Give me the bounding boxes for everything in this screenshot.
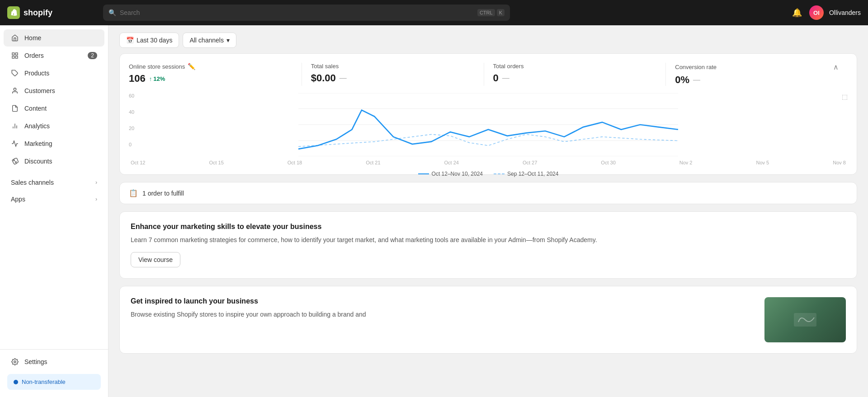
view-course-button[interactable]: View course <box>131 252 180 267</box>
avatar[interactable]: Ol <box>809 5 824 20</box>
analytics-icon <box>11 122 19 130</box>
inspire-card: Get inspired to launch your business Bro… <box>119 286 857 354</box>
discounts-icon <box>11 157 19 165</box>
chart-legend: Oct 12–Nov 10, 2024 Sep 12–Oct 11, 2024 <box>129 171 848 177</box>
x-label-oct15: Oct 15 <box>209 160 223 165</box>
date-range-label: Last 30 days <box>137 37 172 44</box>
chart-inner: 60 40 20 0 ⬚ <box>129 93 848 165</box>
store-name[interactable]: Ollivanders <box>829 9 861 16</box>
sidebar-item-content[interactable]: Content <box>4 100 104 117</box>
customers-icon <box>11 87 19 95</box>
svg-rect-3 <box>12 56 14 58</box>
search-icon: 🔍 <box>108 9 116 16</box>
search-bar[interactable]: 🔍 CTRL K <box>103 5 510 21</box>
x-label-nov5: Nov 5 <box>756 160 769 165</box>
sidebar-item-customers[interactable]: Customers <box>4 82 104 99</box>
notification-button[interactable]: 🔔 <box>790 6 804 19</box>
legend-solid-line <box>418 173 429 174</box>
total-sales-label: Total sales <box>311 63 339 70</box>
legend-current-label: Oct 12–Nov 10, 2024 <box>432 171 483 177</box>
conversion-dash: — <box>693 76 700 84</box>
total-orders-label: Total orders <box>493 63 524 70</box>
channel-label: All channels <box>189 37 224 44</box>
svg-point-10 <box>15 162 17 163</box>
non-transferable-label: Non-transferable <box>22 378 66 385</box>
edit-icon[interactable]: ✏️ <box>188 63 195 70</box>
logo-text: shopify <box>24 8 52 18</box>
x-label-oct21: Oct 21 <box>366 160 380 165</box>
shortcut-k: K <box>497 9 505 16</box>
sales-channels-chevron-icon: › <box>95 179 97 186</box>
stat-total-orders: Total orders 0 — <box>484 63 666 86</box>
stats-row: Online store sessions ✏️ 106 ↑ 12% Total… <box>129 63 848 86</box>
chart-svg <box>129 93 848 156</box>
order-fulfill-card[interactable]: 📋 1 order to fulfill <box>119 182 857 204</box>
sidebar-item-marketing-label: Marketing <box>24 140 52 147</box>
total-sales-value: $0.00 <box>311 72 336 84</box>
non-transferable-banner[interactable]: Non-transferable <box>7 374 101 390</box>
sales-channels-label: Sales channels <box>11 179 54 186</box>
marketing-card-description: Learn 7 common marketing strategies for … <box>131 235 846 245</box>
apps-label: Apps <box>11 196 25 203</box>
chart-xaxis: Oct 12 Oct 15 Oct 18 Oct 21 Oct 24 Oct 2… <box>129 160 848 165</box>
sidebar-item-analytics[interactable]: Analytics <box>4 117 104 135</box>
app-body: Home Orders 2 Products Customers <box>0 25 868 397</box>
chart-container: 60 40 20 0 ⬚ <box>129 93 848 165</box>
sidebar-item-products[interactable]: Products <box>4 65 104 82</box>
products-icon <box>11 69 19 77</box>
inspire-card-description: Browse existing Shopify stores to inspir… <box>131 310 755 319</box>
sidebar-item-orders[interactable]: Orders 2 <box>4 47 104 64</box>
calendar-icon: 📅 <box>126 37 134 44</box>
marketing-card-title: Enhance your marketing skills to elevate… <box>131 223 846 231</box>
search-input[interactable] <box>120 9 474 16</box>
x-label-oct30: Oct 30 <box>601 160 615 165</box>
topbar-right: 🔔 Ol Ollivanders <box>790 5 861 20</box>
sidebar-item-customers-label: Customers <box>24 87 55 94</box>
orders-badge: 2 <box>88 52 97 59</box>
order-fulfill-icon: 📋 <box>129 189 138 197</box>
date-range-filter[interactable]: 📅 Last 30 days <box>119 33 179 48</box>
sidebar-item-home-label: Home <box>24 34 41 42</box>
svg-rect-1 <box>15 53 18 55</box>
sidebar-item-home[interactable]: Home <box>4 29 104 47</box>
export-chart-button[interactable]: ⬚ <box>842 93 848 100</box>
stat-online-sessions: Online store sessions ✏️ 106 ↑ 12% <box>129 63 302 86</box>
topbar: shopify 🔍 CTRL K 🔔 Ol Ollivanders <box>0 0 868 25</box>
sidebar-item-marketing[interactable]: Marketing <box>4 135 104 152</box>
inspire-text: Get inspired to launch your business Bro… <box>131 297 755 342</box>
online-sessions-label: Online store sessions <box>129 63 185 70</box>
svg-rect-2 <box>15 56 18 58</box>
x-label-oct27: Oct 27 <box>523 160 537 165</box>
sidebar-item-content-label: Content <box>24 105 47 112</box>
shortcut-ctrl: CTRL <box>477 9 495 16</box>
online-sessions-value: 106 <box>129 73 146 84</box>
sidebar-section-sales-channels[interactable]: Sales channels › <box>4 174 104 191</box>
conversion-rate-label: Conversion rate <box>675 64 717 70</box>
x-label-oct24: Oct 24 <box>444 160 459 165</box>
marketing-card: Enhance your marketing skills to elevate… <box>119 211 857 279</box>
filter-bar: 📅 Last 30 days All channels ▾ <box>119 33 857 48</box>
chevron-down-icon: ▾ <box>226 37 230 44</box>
stats-card: Online store sessions ✏️ 106 ↑ 12% Total… <box>119 53 857 175</box>
conversion-rate-value: 0% <box>675 74 689 86</box>
logo-area: shopify <box>7 6 98 19</box>
svg-point-5 <box>14 88 16 90</box>
total-orders-value: 0 <box>493 72 499 84</box>
collapse-icon[interactable]: ∧ <box>833 63 839 71</box>
sessions-change-value: 12% <box>153 75 165 82</box>
sidebar-item-discounts[interactable]: Discounts <box>4 153 104 170</box>
sidebar-bottom: Settings Non-transferable <box>0 349 108 397</box>
sidebar-item-discounts-label: Discounts <box>24 158 52 165</box>
channel-filter[interactable]: All channels ▾ <box>183 33 236 48</box>
sidebar-item-orders-label: Orders <box>24 52 44 59</box>
svg-rect-0 <box>12 53 14 55</box>
svg-point-11 <box>14 361 16 363</box>
settings-label: Settings <box>24 358 47 365</box>
inspire-card-title: Get inspired to launch your business <box>131 297 755 305</box>
sidebar-item-settings[interactable]: Settings <box>4 353 104 370</box>
sidebar-section-apps[interactable]: Apps › <box>4 191 104 207</box>
legend-previous: Sep 12–Oct 11, 2024 <box>494 171 558 177</box>
home-icon <box>11 34 19 42</box>
order-fulfill-label: 1 order to fulfill <box>142 190 184 197</box>
chart-svg-area: ⬚ <box>129 93 848 165</box>
